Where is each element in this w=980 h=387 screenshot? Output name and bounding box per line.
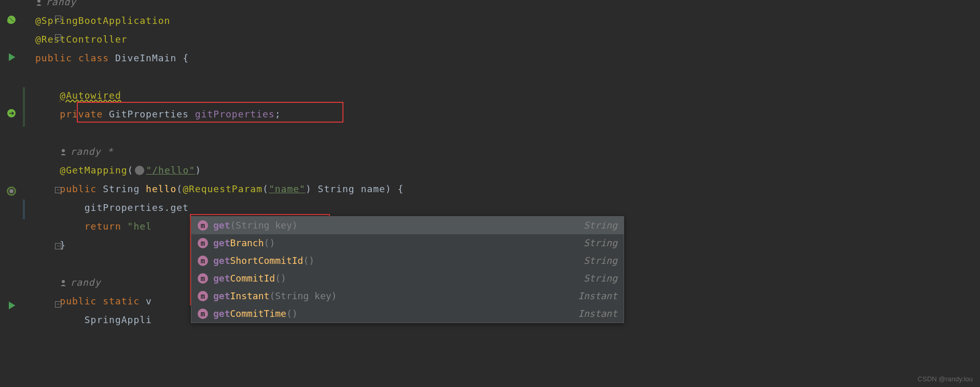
method-icon: m bbox=[198, 220, 208, 231]
ac-rest: CommitTime bbox=[230, 308, 286, 319]
svg-point-4 bbox=[9, 189, 13, 193]
keyword: public bbox=[60, 292, 96, 311]
ac-match: get bbox=[213, 290, 230, 301]
method-name: hello bbox=[146, 180, 176, 198]
param-name: name bbox=[361, 180, 385, 198]
code-line[interactable]: gitProperties.get bbox=[35, 198, 980, 217]
method-icon: m bbox=[198, 273, 208, 284]
code-line[interactable]: public class DiveInMain { bbox=[35, 49, 980, 68]
type-name: String bbox=[103, 180, 140, 198]
keyword: public bbox=[60, 180, 96, 198]
ac-match: get bbox=[213, 255, 230, 266]
fold-toggle-icon[interactable]: − bbox=[55, 187, 61, 193]
type-name: String bbox=[318, 180, 355, 198]
autocomplete-item[interactable]: m getCommitTime() Instant bbox=[191, 305, 624, 323]
keyword: private bbox=[60, 105, 103, 124]
class-name: DiveInMain bbox=[115, 49, 176, 68]
code-line[interactable] bbox=[35, 68, 980, 86]
autocomplete-item[interactable]: m getShortCommitId() String bbox=[191, 252, 624, 270]
ac-match: get bbox=[213, 273, 230, 284]
method-icon: m bbox=[198, 256, 208, 266]
string-literal: "hel bbox=[128, 217, 152, 236]
autocomplete-item[interactable]: m getBranch() String bbox=[191, 234, 624, 252]
code-line[interactable]: public String hello(@RequestParam("name"… bbox=[35, 180, 980, 198]
ac-return-type: String bbox=[584, 269, 617, 288]
type-name: v bbox=[146, 292, 152, 311]
ac-params: (String key) bbox=[230, 220, 298, 231]
svg-point-8 bbox=[62, 280, 65, 283]
ac-params: () bbox=[264, 237, 275, 248]
annotation: @GetMapping bbox=[60, 161, 127, 180]
keyword: return bbox=[85, 217, 121, 236]
method-icon: m bbox=[198, 238, 208, 248]
brace: { bbox=[183, 49, 189, 68]
annotation: @Autowired bbox=[60, 86, 121, 105]
code-line[interactable]: randy bbox=[35, 0, 980, 11]
code-editor: − − − − − randy @SpringBootApplication @… bbox=[0, 0, 980, 387]
svg-point-7 bbox=[62, 149, 65, 152]
type-name: GitProperties bbox=[109, 105, 189, 124]
expression: SpringAppli bbox=[85, 311, 152, 329]
code-area[interactable]: − − − − − randy @SpringBootApplication @… bbox=[25, 0, 980, 387]
gutter bbox=[0, 0, 25, 387]
code-line[interactable]: @GetMapping("/hello") bbox=[35, 161, 980, 180]
ac-match: get bbox=[213, 237, 230, 248]
string-literal: "/hello" bbox=[146, 161, 195, 180]
method-icon: m bbox=[198, 291, 208, 301]
svg-marker-5 bbox=[9, 302, 16, 310]
ac-match: get bbox=[213, 220, 230, 231]
globe-icon[interactable] bbox=[135, 166, 144, 175]
ac-rest: ShortCommitId bbox=[230, 255, 303, 266]
annotation: @RestController bbox=[35, 30, 128, 49]
autocomplete-item[interactable]: m getCommitId() String bbox=[191, 270, 624, 287]
author-hint: randy bbox=[46, 0, 76, 11]
ac-match: get bbox=[213, 308, 230, 319]
person-icon bbox=[35, 0, 43, 6]
code-line[interactable]: private GitProperties gitProperties; bbox=[35, 105, 980, 124]
ac-rest: Branch bbox=[230, 237, 264, 248]
ac-return-type: String bbox=[584, 234, 617, 252]
keyword: class bbox=[78, 49, 109, 68]
autocomplete-item[interactable]: m get(String key) String bbox=[191, 217, 624, 234]
web-endpoint-icon[interactable] bbox=[6, 186, 17, 196]
svg-point-6 bbox=[37, 0, 40, 3]
keyword: public bbox=[35, 49, 72, 68]
person-icon bbox=[60, 148, 67, 155]
fold-toggle-icon[interactable]: − bbox=[55, 16, 61, 22]
ac-return-type: String bbox=[584, 251, 617, 270]
code-line[interactable] bbox=[35, 124, 980, 142]
author-hint: randy bbox=[70, 273, 101, 292]
ac-return-type: Instant bbox=[578, 304, 617, 323]
method-icon: m bbox=[198, 309, 208, 319]
watermark: CSDN @randy.lou bbox=[918, 375, 973, 383]
run-gutter-icon-2[interactable] bbox=[6, 300, 17, 311]
code-line[interactable]: @SpringBootApplication bbox=[35, 11, 980, 30]
ac-params: (String key) bbox=[269, 290, 337, 301]
string-literal: "name" bbox=[269, 180, 306, 198]
code-line[interactable]: @RestController bbox=[35, 30, 980, 49]
keyword: static bbox=[103, 292, 140, 311]
code-line[interactable]: @Autowired bbox=[35, 86, 980, 105]
autocomplete-popup: m get(String key) String m getBranch() S… bbox=[191, 216, 624, 323]
author-hint: randy * bbox=[70, 142, 113, 161]
field-name: gitProperties bbox=[195, 105, 275, 124]
ac-params: () bbox=[275, 273, 286, 284]
ac-params: () bbox=[303, 255, 314, 266]
spring-leaf-icon[interactable] bbox=[6, 15, 17, 25]
semicolon: ; bbox=[275, 105, 281, 124]
fold-toggle-icon[interactable]: − bbox=[55, 243, 61, 249]
fold-toggle-icon[interactable]: − bbox=[55, 34, 61, 41]
person-icon bbox=[60, 279, 67, 286]
fold-toggle-icon[interactable]: − bbox=[55, 301, 61, 308]
ac-return-type: String bbox=[584, 216, 617, 235]
svg-marker-0 bbox=[9, 54, 16, 61]
run-gutter-icon[interactable] bbox=[6, 52, 17, 62]
ac-params: () bbox=[286, 308, 298, 319]
autocomplete-item[interactable]: m getInstant(String key) Instant bbox=[191, 287, 624, 305]
code-line[interactable]: randy * bbox=[35, 142, 980, 161]
expression: gitProperties.get bbox=[85, 198, 189, 217]
ac-return-type: Instant bbox=[578, 287, 617, 305]
annotation: @RequestParam bbox=[183, 180, 263, 198]
autowired-bean-icon[interactable] bbox=[6, 108, 17, 118]
ac-rest: CommitId bbox=[230, 273, 275, 284]
